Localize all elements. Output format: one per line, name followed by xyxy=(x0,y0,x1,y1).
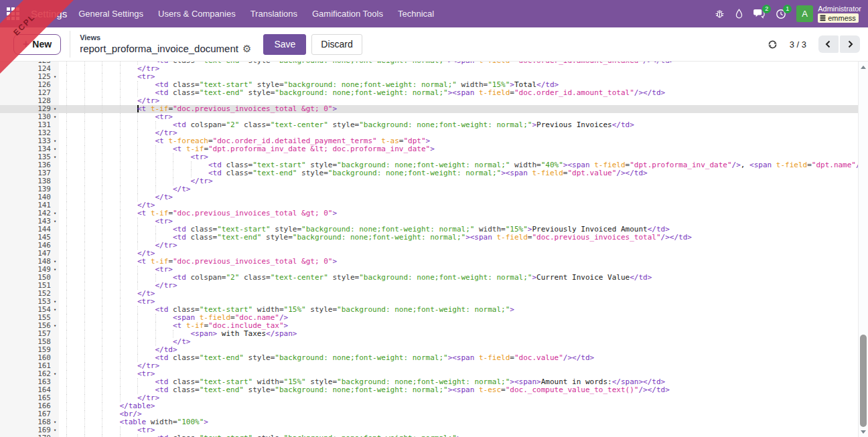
code-line: 158 </t> xyxy=(0,338,868,346)
menu-item-gamification-tools[interactable]: Gamification Tools xyxy=(305,0,390,27)
code-line: 134▾ <t t-if="dpt.proforma_inv_date &lt;… xyxy=(0,145,868,153)
code-text[interactable]: </td> xyxy=(59,346,868,354)
code-text[interactable]: </tr> xyxy=(59,394,868,402)
code-text[interactable]: <td class="text-start" style="background… xyxy=(59,434,868,437)
code-text[interactable]: <t t-foreach="doc.order_id.detailed_paym… xyxy=(59,137,868,145)
code-text[interactable]: </tr> xyxy=(59,362,868,370)
chevron-left-icon xyxy=(824,39,833,49)
code-text[interactable]: <td class="text-end" style="background: … xyxy=(59,234,868,242)
code-text[interactable]: </table> xyxy=(59,402,868,410)
code-text[interactable]: <t t-if="doc.previous_invoices_total &gt… xyxy=(59,105,868,113)
fold-arrow-icon[interactable]: ▾ xyxy=(51,426,59,434)
code-text[interactable]: <td class="text-start" width="15%" style… xyxy=(59,306,868,314)
code-text[interactable]: <br/> xyxy=(59,410,868,418)
database-badge: emmess xyxy=(818,13,859,23)
scrollbar-thumb[interactable] xyxy=(860,335,867,427)
messages-icon[interactable]: 2 xyxy=(753,9,766,19)
fold-arrow-icon[interactable]: ▾ xyxy=(51,258,59,266)
fold-arrow-icon[interactable]: ▾ xyxy=(51,322,59,330)
scroll-down-arrow[interactable] xyxy=(859,428,868,436)
fold-arrow-icon[interactable]: ▾ xyxy=(51,298,59,306)
code-lines: 123 <td class="text-end" style="backgrou… xyxy=(0,62,868,437)
code-text[interactable]: <tr> xyxy=(59,298,868,306)
code-text[interactable]: <td class="text-start" style="background… xyxy=(59,81,868,89)
code-text[interactable]: </t> xyxy=(59,338,868,346)
code-text[interactable]: </t> xyxy=(59,193,868,201)
app-name-settings[interactable]: Settings xyxy=(31,8,67,19)
code-text[interactable]: </t> xyxy=(59,290,868,298)
discard-button[interactable]: Discard xyxy=(311,34,362,55)
code-text[interactable]: <tr> xyxy=(59,370,868,378)
code-text[interactable]: </tr> xyxy=(59,65,868,73)
code-text[interactable]: <td class="text-end" style="background: … xyxy=(59,354,868,362)
code-text[interactable]: <td class="text-end" style="background: … xyxy=(59,386,868,394)
code-text[interactable]: </t> xyxy=(59,250,868,258)
code-text[interactable]: <t t-if="doc.previous_invoices_total &gt… xyxy=(59,258,868,266)
line-number[interactable]: 170 xyxy=(0,434,59,437)
fold-arrow-icon[interactable]: ▾ xyxy=(51,113,59,121)
fold-arrow-icon[interactable]: ▾ xyxy=(51,370,59,378)
code-text[interactable]: <tr> xyxy=(59,217,868,226)
code-text[interactable]: <td class="text-start" width="15%" style… xyxy=(59,378,868,386)
fold-arrow-icon[interactable]: ▾ xyxy=(51,418,59,426)
code-line: 129▾ <t t-if="doc.previous_invoices_tota… xyxy=(0,105,868,113)
code-text[interactable]: <tr> xyxy=(59,426,868,434)
code-text[interactable]: <tr> xyxy=(59,266,868,274)
code-text[interactable]: </t> xyxy=(59,185,868,193)
gear-icon[interactable]: ⚙ xyxy=(242,43,251,54)
code-editor[interactable]: 123 <td class="text-end" style="backgrou… xyxy=(0,62,868,437)
breadcrumb-parent-link[interactable]: Views xyxy=(80,33,251,42)
code-text[interactable]: </tr> xyxy=(59,242,868,250)
user-menu[interactable]: A Administrator emmess xyxy=(796,5,861,23)
fold-arrow-icon[interactable]: ▾ xyxy=(51,145,59,153)
menu-item-translations[interactable]: Translations xyxy=(243,0,305,27)
pager-next-button[interactable] xyxy=(840,35,860,53)
fold-arrow-icon[interactable]: ▾ xyxy=(51,105,59,113)
code-line: 133▾ <t t-foreach="doc.order_id.detailed… xyxy=(0,137,868,145)
code-text[interactable]: <span> with Taxes</span> xyxy=(59,330,868,338)
code-text[interactable]: <td class="text-end" style="background: … xyxy=(59,89,868,97)
code-text[interactable]: <tr> xyxy=(59,73,868,81)
code-text[interactable]: </t> xyxy=(59,201,868,209)
refresh-icon[interactable] xyxy=(768,39,778,50)
code-text[interactable]: <td class="text-start" style="background… xyxy=(59,226,868,234)
code-text[interactable]: <td class="text-start" style="background… xyxy=(59,161,868,169)
new-button-label: New xyxy=(32,39,52,50)
fold-arrow-icon[interactable]: ▾ xyxy=(51,306,59,314)
code-text[interactable]: <t t-if="dpt.proforma_inv_date &lt; doc.… xyxy=(59,145,868,153)
activities-clock-icon[interactable]: 1 xyxy=(776,9,786,19)
code-text[interactable]: </tr> xyxy=(59,129,868,137)
menu-item-general-settings[interactable]: General Settings xyxy=(71,0,151,27)
code-text[interactable]: <t t-if="doc.previous_invoices_total &gt… xyxy=(59,209,868,217)
fold-arrow-icon[interactable]: ▾ xyxy=(51,137,59,145)
code-text[interactable]: </tr> xyxy=(59,177,868,185)
code-line: 130▾ <tr> xyxy=(0,113,868,121)
menu-item-technical[interactable]: Technical xyxy=(390,0,441,27)
code-text[interactable]: <td colspan="2" class="text-center" styl… xyxy=(59,121,868,129)
code-text[interactable]: </tr> xyxy=(59,282,868,290)
code-text[interactable]: <tr> xyxy=(59,113,868,121)
code-text[interactable]: <t t-if="doc.include_tax"> xyxy=(59,322,868,330)
fold-arrow-icon[interactable]: ▾ xyxy=(51,209,59,217)
menu-item-users-companies[interactable]: Users & Companies xyxy=(151,0,243,27)
fold-arrow-icon[interactable]: ▾ xyxy=(51,217,59,226)
code-text[interactable]: <table width="100%"> xyxy=(59,418,868,426)
water-drop-icon[interactable] xyxy=(735,9,743,19)
apps-menu-button[interactable] xyxy=(0,0,25,27)
fold-arrow-icon[interactable]: ▾ xyxy=(51,153,59,161)
debug-bug-icon[interactable] xyxy=(715,9,725,19)
fold-arrow-icon[interactable]: ▾ xyxy=(51,73,59,81)
pager-previous-button[interactable] xyxy=(818,35,839,53)
vertical-scrollbar[interactable] xyxy=(858,62,868,437)
code-text[interactable]: <tr> xyxy=(59,153,868,161)
save-button[interactable]: Save xyxy=(263,34,306,55)
code-line: 141 </t> xyxy=(0,201,868,209)
code-text[interactable]: </tr> xyxy=(59,97,868,105)
code-line: 150 <td colspan="2" class="text-center" … xyxy=(0,274,868,282)
code-text[interactable]: <td class="text-end" style="background: … xyxy=(59,169,868,177)
code-text[interactable]: <span t-field="doc.name"/> xyxy=(59,314,868,322)
new-button[interactable]: + New xyxy=(13,34,61,55)
scroll-up-arrow[interactable] xyxy=(859,63,868,71)
fold-arrow-icon[interactable]: ▾ xyxy=(51,266,59,274)
code-text[interactable]: <td colspan="2" class="text-center" styl… xyxy=(59,274,868,282)
